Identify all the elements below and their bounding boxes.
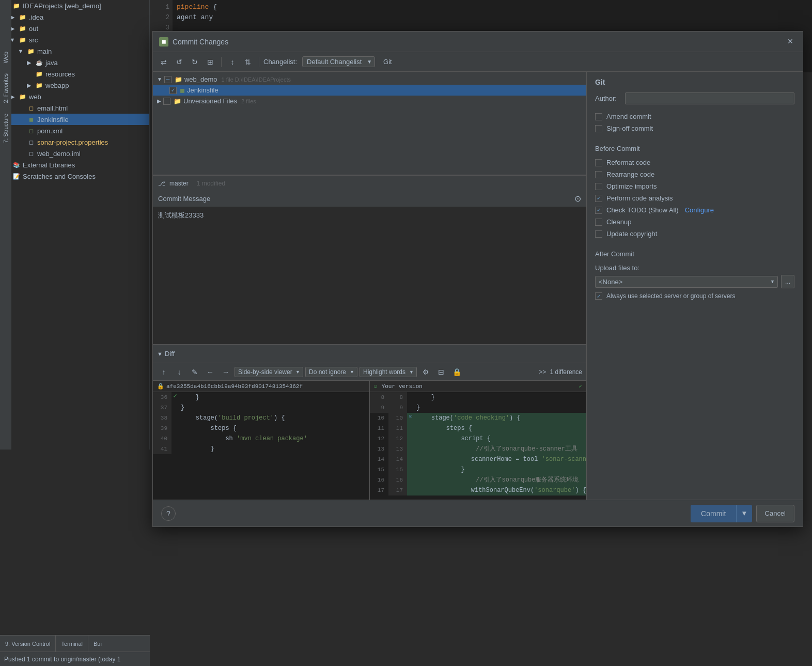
tab-terminal[interactable]: Terminal [56,636,88,652]
bottom-tabs-bar: 9: Version Control Terminal Bui [0,635,150,652]
line-number: 11 [370,423,388,433]
tab-build[interactable]: Bui [88,636,107,652]
diff-edit-button[interactable]: ✎ [188,365,201,379]
tree-item-web[interactable]: ▶ 📁 web [0,91,149,102]
tree-item-email-html[interactable]: ◻ email.html [0,102,149,114]
tree-item-main[interactable]: ▼ 📁 main [0,45,149,57]
commit-message-input[interactable]: 测试模板23333 [153,207,586,344]
tree-item-web-demo-iml[interactable]: ◻ web_demo.iml [0,148,149,159]
tree-item-src[interactable]: ▼ 📁 src [0,34,149,45]
folder-icon: 📁 [12,2,21,10]
tree-item-root[interactable]: ▼ 📁 IDEAProjects [web_demo] [0,0,149,11]
configure-link[interactable]: Configure [685,206,714,214]
tree-item-resources[interactable]: 📁 resources [0,68,149,80]
author-input[interactable] [625,92,794,104]
commit-button[interactable]: Commit [691,505,736,522]
diff-next-file-button[interactable]: → [219,365,232,379]
diff-expand-icon[interactable]: ▼ [157,351,163,357]
line-number: 16 [388,475,407,485]
tree-item-scratches[interactable]: 📝 Scratches and Consoles [0,171,149,182]
side-tab-web[interactable]: Web [3,52,9,63]
collapse-all-button[interactable]: ⇅ [241,55,255,69]
upload-select[interactable]: <None> [595,276,778,288]
tree-item-sonar-props[interactable]: ◻ sonar-project.properties [0,136,149,148]
line-content: } [179,444,369,454]
amend-commit-checkbox[interactable] [595,113,602,120]
rearrange-code-checkbox[interactable] [595,171,602,178]
rollback-button[interactable]: ↺ [173,55,186,69]
expand-all-button[interactable]: ↕ [226,55,239,69]
tree-item-label: resources [45,70,75,78]
side-tab-favorites-label: 2: Favorites [3,73,9,103]
optimize-imports-checkbox[interactable] [595,183,602,190]
cancel-button[interactable]: Cancel [756,505,794,522]
line-number: 37 [153,402,171,413]
lock-icon: 🔒 [157,383,164,390]
diff-line-added: 14 14 scannerHome = tool 'sonar-scann [370,454,586,464]
highlight-select[interactable]: Highlight words [360,367,417,377]
scratches-icon: 📝 [12,172,21,180]
tab-version-control[interactable]: 9: Version Control [0,636,56,652]
file-tree-item-unversioned[interactable]: ▶ 📁 Unversioned Files 2 files [153,96,586,106]
tree-item-label: Scratches and Consoles [23,173,96,180]
upload-files-label: Upload files to: [595,264,794,272]
props-icon: ◻ [27,138,35,146]
diff-lock-button[interactable]: 🔒 [450,365,463,379]
separator-2 [259,57,259,67]
commit-message-label: Commit Message [158,195,210,203]
line-content: sh 'mvn clean package' [179,433,369,444]
commit-message-options-icon[interactable]: ⊙ [574,194,581,204]
file-tree-item-jenkinsfile[interactable]: ✓ ◼ Jenkinsfile [153,85,586,96]
reformat-code-checkbox[interactable] [595,159,602,166]
line-content: script { [414,433,586,444]
line-content: } [414,392,586,402]
update-copyright-checkbox[interactable] [595,230,602,238]
check-todo-checkbox[interactable]: ✓ [595,207,602,214]
line-number: 40 [153,433,171,444]
cleanup-checkbox[interactable] [595,219,602,226]
diff-next-button[interactable]: ↓ [173,365,186,379]
help-button[interactable]: ? [161,506,176,521]
ignore-select[interactable]: Do not ignore [305,367,357,377]
viewer-select[interactable]: Side-by-side viewer [235,367,303,377]
tree-item-pom-xml[interactable]: ◻ pom.xml [0,125,149,136]
line-number: 17 [388,485,407,495]
line-content: steps { [414,423,586,433]
close-icon: × [788,36,793,47]
tree-item-webapp[interactable]: ▶ 📁 webapp [0,80,149,91]
tree-item-external-libraries[interactable]: ▶ 📚 External Libraries [0,159,149,171]
refresh-button[interactable]: ↻ [188,55,201,69]
tree-item-java[interactable]: ▶ ☕ java [0,57,149,68]
perform-code-analysis-checkbox[interactable]: ✓ [595,195,602,202]
line-content: //引入了sonarqube服务器系统环境 [414,475,586,485]
side-tab-structure[interactable]: 7: Structure [3,114,9,143]
line-content: } [414,402,586,413]
always-use-checkbox[interactable]: ✓ [595,292,602,300]
sign-off-commit-checkbox[interactable] [595,125,602,132]
diff-settings-button[interactable]: ⚙ [419,365,432,379]
diff-prev-file-button[interactable]: ← [204,365,217,379]
expand-arrow-icon: ▶ [25,81,33,89]
side-tab-favorites[interactable]: 2: Favorites [3,73,9,103]
diff-layout-button[interactable]: ⊟ [434,365,448,379]
move-to-changelist-button[interactable]: ⇄ [157,55,170,69]
line-number: 14 [370,454,388,464]
tree-item-out[interactable]: ▶ 📁 out [0,23,149,34]
changelist-select[interactable]: Default Changelist [302,56,375,67]
perform-code-analysis-label: Perform code analysis [606,194,673,202]
file-tree-item-web-demo[interactable]: ▼ ─ 📁 web_demo 1 file D:\IDEA\IDEAProjec… [153,74,586,85]
checkbox-web-demo[interactable]: ─ [164,76,171,83]
diff-prev-button[interactable]: ↑ [157,365,170,379]
diff-line-added: 11 11 steps { [370,423,586,433]
upload-more-button[interactable]: ... [781,275,794,288]
commit-dropdown-button[interactable]: ▼ [736,505,752,522]
checkbox-jenkinsfile[interactable]: ✓ [169,87,177,94]
line-number: 16 [370,475,388,485]
tree-item-idea[interactable]: ▶ 📁 .idea [0,11,149,23]
branch-icon: ⎇ [158,180,165,187]
checkbox-unversioned[interactable] [163,98,170,105]
close-button[interactable]: × [784,36,797,48]
diff-toolbar: ↑ ↓ ✎ ← → Side-by-side viewer ▼ [153,363,586,381]
show-only-affected-button[interactable]: ⊞ [204,55,217,69]
tree-item-jenkinsfile[interactable]: ◼ Jenkinsfile [0,114,149,125]
